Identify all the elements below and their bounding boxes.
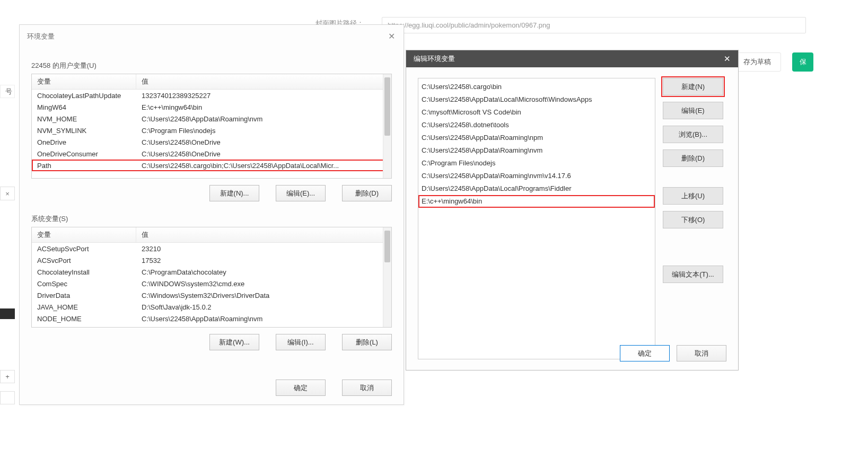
user-delete-button[interactable]: 删除(D) [342, 185, 392, 201]
user-variables-buttons: 新建(N)... 编辑(E)... 删除(D) [31, 185, 392, 201]
variable-value: C:\Users\22458\OneDrive [136, 138, 391, 146]
edit-cancel-button[interactable]: 取消 [677, 345, 726, 361]
user-variables-listview[interactable]: 变量 值 ChocolateyLastPathUpdate13237401238… [31, 74, 392, 179]
bg-fragment-dark [0, 308, 15, 319]
bg-fragment-label: 号 [0, 85, 15, 98]
scrollbar-thumb[interactable] [384, 77, 390, 136]
variable-name: NVM_HOME [32, 115, 136, 123]
edit-move-down-button[interactable]: 下移(O) [663, 211, 723, 228]
variable-value: C:\Program Files\nodejs [136, 127, 391, 135]
variable-value: C:\Users\22458\AppData\Roaming\nvm [136, 315, 391, 323]
table-row[interactable]: MingW64E:\c++\mingw64\bin [32, 101, 391, 113]
variable-value: 17532 [136, 257, 391, 264]
column-value[interactable]: 值 [136, 227, 391, 242]
system-new-button[interactable]: 新建(W)... [209, 334, 259, 350]
system-variables-buttons: 新建(W)... 编辑(I)... 删除(L) [31, 334, 392, 350]
list-item[interactable]: C:\Program Files\nodejs [418, 157, 655, 170]
variable-name: OneDriveConsumer [32, 150, 136, 158]
table-row[interactable]: NVM_SYMLINKC:\Program Files\nodejs [32, 125, 391, 136]
variable-value: D:\Soft\Java\jdk-15.0.2 [136, 303, 391, 311]
close-icon[interactable]: ✕ [385, 29, 398, 44]
variable-name: ChocolateyInstall [32, 268, 136, 276]
bg-fragment-plus[interactable]: + [0, 370, 15, 383]
edit-edit-button[interactable]: 编辑(E) [663, 102, 723, 119]
list-item[interactable]: C:\Users\22458\.cargo\bin [418, 81, 655, 93]
variable-name: NVM_SYMLINK [32, 127, 136, 135]
variable-value: C:\Users\22458\AppData\Roaming\nvm [136, 115, 391, 123]
variable-value: C:\WINDOWS\system32\cmd.exe [136, 280, 391, 288]
scrollbar-thumb[interactable] [384, 231, 390, 262]
table-row[interactable]: ACSetupSvcPort23210 [32, 243, 391, 254]
table-row[interactable]: ChocolateyInstallC:\ProgramData\chocolat… [32, 266, 391, 278]
table-row[interactable]: DriverDataC:\Windows\System32\Drivers\Dr… [32, 289, 391, 301]
table-row[interactable]: OneDriveConsumerC:\Users\22458\OneDrive [32, 148, 391, 160]
env-dialog-footer-buttons: 确定 取消 [31, 368, 392, 396]
variable-value: 23210 [136, 245, 391, 253]
bg-fragment-close[interactable]: × [0, 187, 15, 200]
list-item[interactable]: C:\Users\22458\AppData\Local\Microsoft\W… [418, 93, 655, 106]
variable-name: Path [32, 162, 136, 170]
bg-fragment-box [0, 391, 15, 404]
scrollbar[interactable] [383, 227, 391, 327]
edit-dialog-side-buttons: 新建(N) 编辑(E) 浏览(B)... 删除(D) 上移(U) 下移(O) 编… [663, 78, 726, 359]
edit-dialog-titlebar[interactable]: 编辑环境变量 ✕ [406, 50, 738, 67]
table-row[interactable]: ACSvcPort17532 [32, 254, 391, 266]
table-row[interactable]: ChocolateyLastPathUpdate1323740123893252… [32, 90, 391, 101]
table-row[interactable]: JAVA_HOMED:\Soft\Java\jdk-15.0.2 [32, 301, 391, 313]
system-edit-button[interactable]: 编辑(I)... [276, 334, 326, 350]
close-icon[interactable]: ✕ [722, 52, 733, 66]
edit-dialog-footer-buttons: 确定 取消 [620, 345, 726, 361]
edit-delete-button[interactable]: 删除(D) [663, 149, 723, 167]
table-row[interactable]: NVM_HOMEC:\Users\22458\AppData\Roaming\n… [32, 113, 391, 125]
list-item[interactable]: D:\Users\22458\AppData\Local\Programs\Fi… [418, 182, 655, 195]
variable-value: C:\Windows\System32\Drivers\DriverData [136, 292, 391, 299]
user-variables-header[interactable]: 变量 值 [32, 74, 391, 90]
variable-value: C:\Users\22458\OneDrive [136, 150, 391, 158]
variable-name: MingW64 [32, 103, 136, 111]
edit-move-up-button[interactable]: 上移(U) [663, 187, 723, 205]
table-row[interactable]: ComSpecC:\WINDOWS\system32\cmd.exe [32, 278, 391, 289]
column-value[interactable]: 值 [136, 74, 391, 89]
list-item[interactable]: C:\Users\22458\AppData\Roaming\nvm [418, 144, 655, 157]
user-new-button[interactable]: 新建(N)... [209, 185, 259, 201]
list-item[interactable]: C:\Users\22458\AppData\Roaming\npm [418, 131, 655, 144]
system-delete-button[interactable]: 删除(L) [342, 334, 392, 350]
variable-name: DriverData [32, 292, 136, 299]
edit-browse-button[interactable]: 浏览(B)... [663, 126, 723, 143]
edit-new-button[interactable]: 新建(N) [663, 78, 723, 95]
save-draft-button[interactable]: 存为草稿 [733, 52, 781, 72]
system-variables-header[interactable]: 变量 值 [32, 227, 391, 243]
list-item[interactable]: C:\mysoft\Microsoft VS Code\bin [418, 106, 655, 119]
table-row[interactable]: PathC:\Users\22458\.cargo\bin;C:\Users\2… [32, 160, 391, 171]
user-variables-label: 22458 的用户变量(U) [31, 61, 392, 70]
variable-value: 132374012389325227 [136, 92, 391, 100]
system-variables-listview[interactable]: 变量 值 ACSetupSvcPort23210ACSvcPort17532Ch… [31, 227, 392, 328]
edit-ok-button[interactable]: 确定 [620, 345, 670, 361]
env-cancel-button[interactable]: 取消 [342, 380, 392, 396]
edit-text-button[interactable]: 编辑文本(T)... [663, 266, 723, 283]
list-item[interactable]: C:\Users\22458\AppData\Roaming\nvm\v14.1… [418, 170, 655, 182]
variable-name: ACSetupSvcPort [32, 245, 136, 253]
cover-image-url-input[interactable]: https://egg.liuqi.cool/public/admin/poke… [382, 17, 806, 33]
table-row[interactable]: NODE_HOMEC:\Users\22458\AppData\Roaming\… [32, 313, 391, 324]
variable-value: C:\ProgramData\chocolatey [136, 268, 391, 276]
variable-name: ACSvcPort [32, 257, 136, 264]
table-row[interactable]: OneDriveC:\Users\22458\OneDrive [32, 136, 391, 148]
user-edit-button[interactable]: 编辑(E)... [276, 185, 326, 201]
edit-dialog-title: 编辑环境变量 [414, 54, 455, 64]
env-dialog-title: 环境变量 [27, 32, 55, 41]
variable-name: ComSpec [32, 280, 136, 288]
edit-env-variable-dialog: 编辑环境变量 ✕ C:\Users\22458\.cargo\binC:\Use… [406, 50, 739, 370]
column-variable[interactable]: 变量 [32, 227, 136, 242]
system-variables-label: 系统变量(S) [31, 214, 392, 224]
save-button[interactable]: 保 [792, 52, 813, 72]
scrollbar[interactable] [383, 74, 391, 178]
column-variable[interactable]: 变量 [32, 74, 136, 89]
list-item[interactable]: E:\c++\mingw64\bin [418, 195, 655, 208]
list-item[interactable]: C:\Users\22458\.dotnet\tools [418, 119, 655, 131]
path-listbox[interactable]: C:\Users\22458\.cargo\binC:\Users\22458\… [418, 78, 655, 359]
variable-name: OneDrive [32, 138, 136, 146]
env-ok-button[interactable]: 确定 [276, 380, 326, 396]
env-variables-dialog: 环境变量 ✕ 22458 的用户变量(U) 变量 值 ChocolateyLas… [19, 24, 404, 405]
env-dialog-titlebar[interactable]: 环境变量 ✕ [20, 25, 404, 48]
